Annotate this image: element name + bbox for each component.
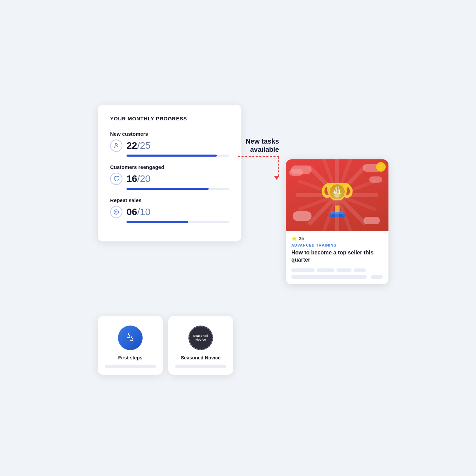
sales-icon (110, 206, 122, 218)
cloud-bottom-right (363, 217, 380, 224)
task-card-body: ⭐ 25 ADVANCED TRAINING How to become a t… (286, 231, 388, 284)
reengaged-number: 16/20 (127, 173, 150, 184)
progress-card-title: YOUR MONTHLY PROGRESS (110, 116, 229, 121)
customers-number: 22/25 (127, 140, 150, 151)
seasoned-novice-bar (175, 365, 226, 368)
cloud-left-2 (289, 169, 303, 176)
dashed-arrow (238, 156, 279, 180)
customers-progress-bg (127, 155, 229, 157)
task-title: How to become a top seller this quarter (291, 249, 383, 264)
reengaged-icon (110, 173, 122, 185)
cloud-right-2 (369, 176, 382, 183)
badge-card-seasoned-novice[interactable]: Seasoned Novice Seasoned Novice (168, 316, 233, 375)
tag-3 (336, 268, 352, 272)
task-bottom-bar-short (371, 275, 383, 279)
cloud-bottom-left (293, 211, 312, 221)
sales-number: 06/10 (127, 207, 150, 217)
scene: YOUR MONTHLY PROGRESS New customers 22/2… (84, 84, 392, 392)
reengaged-progress-bg (127, 188, 229, 190)
annotation-text: New tasks available (246, 137, 279, 154)
annotation: New tasks available (238, 137, 279, 180)
sales-progress-fill (127, 221, 188, 223)
metric-value-reengaged: 16/20 (110, 173, 229, 185)
customers-progress-fill (127, 155, 217, 157)
tag-4 (354, 268, 366, 272)
metric-value-customers: 22/25 (110, 140, 229, 152)
svg-point-0 (115, 143, 117, 145)
first-steps-label: First steps (118, 355, 143, 360)
lightning-badge: ⚡ (376, 162, 386, 172)
sales-progress-bg (127, 221, 229, 223)
tag-2 (317, 268, 334, 272)
metric-row-reengaged: Customers reengaged 16/20 (110, 164, 229, 190)
task-bottom-bar-long (291, 275, 367, 279)
seasoned-novice-stamp-text: Seasoned Novice (193, 334, 208, 342)
customers-icon (110, 140, 122, 152)
reengaged-progress-fill (127, 188, 209, 190)
metric-label-customers: New customers (110, 131, 229, 137)
metric-label-reengaged: Customers reengaged (110, 164, 229, 170)
star-icon: ⭐ (291, 236, 297, 241)
metric-row-sales: Repeat sales 06/10 (110, 197, 229, 223)
metric-row-customers: New customers 22/25 (110, 131, 229, 157)
seasoned-novice-label: Seasoned Novice (181, 355, 221, 360)
progress-card: YOUR MONTHLY PROGRESS New customers 22/2… (98, 105, 241, 241)
task-card-hero: #1 #1 ⚡ (286, 159, 388, 231)
task-bottom-row (291, 275, 383, 279)
task-card[interactable]: #1 #1 ⚡ ⭐ 25 ADVANCED TRAINING How to be… (286, 159, 388, 284)
task-category: ADVANCED TRAINING (291, 243, 383, 247)
metric-label-sales: Repeat sales (110, 197, 229, 203)
seasoned-novice-icon: Seasoned Novice (188, 326, 213, 350)
badge-card-first-steps[interactable]: First steps (98, 316, 163, 375)
first-steps-bar (105, 365, 156, 368)
metric-value-sales: 06/10 (110, 206, 229, 218)
first-steps-icon (118, 326, 143, 350)
bottom-cards: First steps Seasoned Novice Seasoned Nov… (98, 316, 233, 375)
task-points: ⭐ 25 (291, 236, 383, 241)
tag-1 (291, 268, 315, 272)
task-tags (291, 268, 383, 272)
